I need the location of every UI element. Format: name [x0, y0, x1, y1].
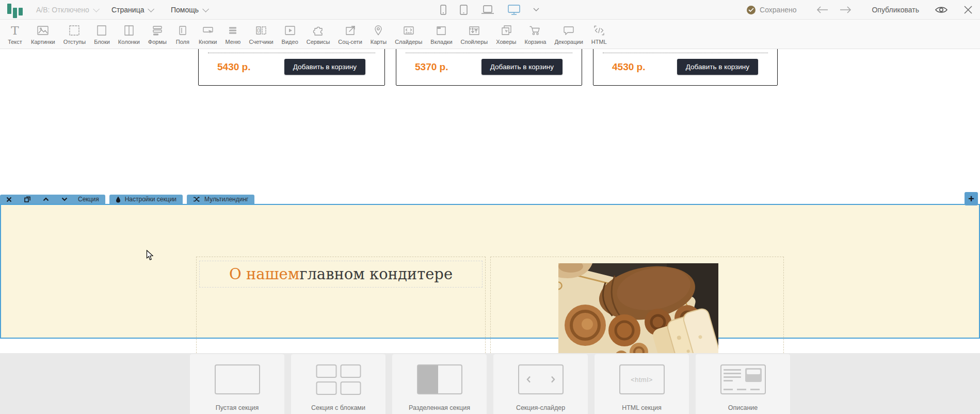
help-menu[interactable]: Помощь — [171, 0, 207, 20]
help-menu-label: Помощь — [171, 6, 199, 14]
toolbar-item-cart[interactable]: Корзина — [520, 23, 550, 45]
toolbar-item-text[interactable]: T Текст — [3, 23, 27, 45]
toolbar-label: Формы — [148, 39, 167, 45]
empty-section-thumb-icon — [215, 364, 260, 394]
toolbar-item-spacing[interactable]: Отступы — [59, 23, 90, 45]
toolbar-item-services[interactable]: Сервисы — [302, 23, 334, 45]
toolbar-label: Меню — [226, 39, 241, 45]
template-section-with-blocks[interactable]: Секция с блоками — [291, 354, 385, 414]
template-label: Разделенная секция — [392, 404, 487, 411]
editor-window: А/В: Отключено Страница Помощь — [0, 0, 980, 414]
chevron-down-icon — [202, 6, 209, 12]
redo-arrow-icon[interactable] — [839, 6, 853, 14]
slider-section-thumb-icon — [518, 364, 564, 394]
laptop-icon[interactable] — [480, 5, 495, 15]
map-pin-icon — [371, 23, 386, 37]
toolbar-item-images[interactable]: Картинки — [27, 23, 59, 45]
saved-label: Сохранено — [760, 6, 796, 14]
widget-toolbar: T Текст Картинки Отступы Блоки Колонки — [0, 20, 980, 49]
toolbar-item-video[interactable]: Видео — [278, 23, 302, 45]
add-to-cart-button[interactable]: Добавить в корзину — [677, 59, 758, 75]
template-html-section[interactable]: <html> HTML секция — [595, 354, 689, 414]
section-settings-button[interactable]: Настройки секции — [109, 195, 183, 204]
cart-icon — [527, 23, 543, 37]
toolbar-item-menu[interactable]: Меню — [221, 23, 245, 45]
toolbar-item-social[interactable]: Соц-сети — [334, 23, 366, 45]
toolbar-item-decorations[interactable]: Декорации — [550, 23, 587, 45]
toolbar-label: Текст — [8, 39, 22, 45]
counter-icon: 0 — [253, 23, 269, 37]
add-to-cart-button[interactable]: Добавить в корзину — [481, 59, 563, 75]
template-split-section[interactable]: Разделенная секция — [392, 354, 487, 414]
toolbar-label: Картинки — [31, 39, 55, 45]
video-play-icon — [282, 23, 298, 37]
preview-eye-icon[interactable] — [935, 5, 948, 14]
toolbar-label: Сервисы — [307, 39, 330, 45]
product-card[interactable]: 5370 р. Добавить в корзину — [396, 45, 582, 86]
toolbar-item-html[interactable]: HTML — [587, 23, 611, 45]
toolbar-item-tabs[interactable]: Вкладки — [426, 23, 456, 45]
template-slider-section[interactable]: Секция-слайдер — [493, 354, 588, 414]
move-section-down-icon[interactable] — [61, 197, 68, 201]
save-status: Сохранено — [747, 6, 796, 14]
selected-section[interactable]: О нашем главном кондитере — [0, 204, 980, 339]
app-logo-icon[interactable] — [7, 3, 25, 17]
delete-section-icon[interactable] — [6, 197, 12, 202]
html-section-thumb-icon: <html> — [619, 364, 665, 394]
template-label: Секция-слайдер — [493, 404, 588, 411]
template-label: Пустая секция — [190, 404, 284, 411]
page-menu[interactable]: Страница — [111, 0, 152, 20]
desktop-icon[interactable] — [507, 4, 521, 15]
undo-arrow-icon[interactable] — [815, 6, 829, 14]
tablet-icon[interactable] — [459, 4, 468, 15]
move-section-up-icon[interactable] — [43, 197, 49, 201]
speech-bubble-icon — [561, 23, 576, 37]
image-icon — [35, 23, 51, 37]
toolbar-label: HTML — [591, 39, 607, 45]
template-empty-section[interactable]: Пустая секция — [190, 354, 284, 414]
toolbar-label: Поля — [176, 39, 189, 45]
duplicate-section-icon[interactable] — [24, 196, 30, 202]
ab-test-menu[interactable]: А/В: Отключено — [36, 0, 98, 20]
toolbar-label: Отступы — [63, 39, 86, 45]
phone-icon[interactable] — [440, 4, 447, 15]
top-bar: А/В: Отключено Страница Помощь — [0, 0, 980, 20]
multilanding-button[interactable]: Мультилендинг — [187, 195, 254, 204]
add-to-cart-button[interactable]: Добавить в корзину — [284, 59, 365, 75]
toolbar-item-maps[interactable]: Карты — [366, 23, 391, 45]
topbar-right-group: Сохранено Опубликовать — [747, 0, 973, 20]
toolbar-label: Декорации — [554, 39, 583, 45]
shuffle-icon — [193, 196, 200, 202]
toolbar-item-buttons[interactable]: Кнопки — [195, 23, 221, 45]
toolbar-label: Соц-сети — [338, 39, 362, 45]
toolbar-label: Ховеры — [496, 39, 516, 45]
product-card[interactable]: 5430 р. Добавить в корзину — [198, 45, 385, 86]
close-editor-icon[interactable] — [963, 5, 973, 14]
page-menu-label: Страница — [111, 6, 144, 14]
chevron-down-icon — [148, 6, 155, 12]
toolbar-item-columns[interactable]: Колонки — [114, 23, 144, 45]
toolbar-label: Видео — [282, 39, 298, 45]
add-section-button[interactable]: + — [965, 192, 978, 205]
heading-rest-text: главном кондитере — [299, 265, 453, 283]
toolbar-item-sliders[interactable]: Слайдеры — [391, 23, 426, 45]
section-heading[interactable]: О нашем главном кондитере — [199, 261, 483, 288]
toolbar-label: Карты — [371, 39, 387, 45]
field-icon — [175, 23, 190, 37]
toolbar-item-forms[interactable]: Формы — [144, 23, 171, 45]
toolbar-item-counters[interactable]: 0 Счетчики — [245, 23, 277, 45]
toolbar-item-hovers[interactable]: Ховеры — [492, 23, 520, 45]
publish-button[interactable]: Опубликовать — [872, 6, 919, 14]
product-card[interactable]: 4530 р. Добавить в корзину — [593, 45, 778, 86]
toolbar-item-fields[interactable]: Поля — [171, 23, 195, 45]
description-thumb-icon — [720, 364, 766, 394]
toolbar-item-spoilers[interactable]: Спойлеры — [457, 23, 492, 45]
dotted-separator — [603, 53, 768, 53]
section-tab-label: Секция — [78, 196, 99, 203]
button-icon — [200, 23, 216, 37]
template-description[interactable]: Описание — [696, 354, 790, 414]
toolbar-item-blocks[interactable]: Блоки — [90, 23, 114, 45]
device-dropdown-chevron-icon[interactable] — [533, 8, 539, 12]
toolbar-label: Слайдеры — [395, 39, 422, 45]
section-main-tab: Секция — [0, 195, 105, 204]
